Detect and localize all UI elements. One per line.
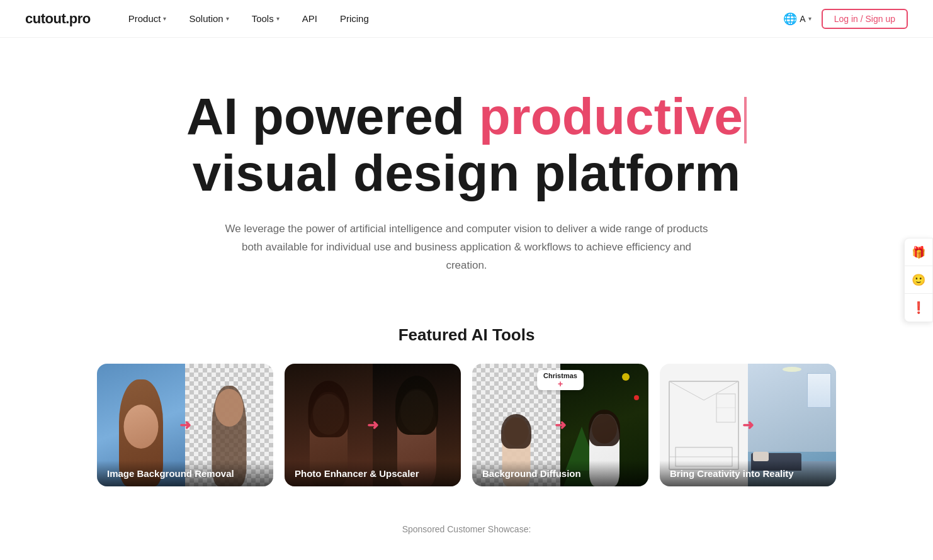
svg-line-5 (669, 381, 704, 400)
nav-pricing-label: Pricing (340, 13, 369, 24)
alert-icon: ❗ (912, 301, 925, 315)
chevron-down-icon: ▾ (276, 15, 280, 22)
login-signup-button[interactable]: Log in / Sign up (822, 9, 908, 29)
nav-item-tools[interactable]: Tools ▾ (252, 13, 280, 24)
card-photo-enhancer-label: Photo Enhancer & Upscaler (285, 461, 461, 486)
nav-right: 🌐 A ▾ Log in / Sign up (783, 9, 908, 29)
cards-row: ➜ Image Background Removal (25, 364, 908, 486)
hero-description: We leverage the power of artificial inte… (221, 220, 712, 275)
sidebar-icons: 🎁 🙂 ❗ (904, 238, 933, 322)
language-selector[interactable]: 🌐 A ▾ (783, 12, 811, 26)
nav-api-label: API (302, 13, 317, 24)
hero-heading: AI powered productive visual design plat… (25, 88, 908, 201)
navbar: cutout.pro Product ▾ Solution ▾ Tools ▾ … (0, 0, 933, 38)
lang-icon: 🌐 (783, 12, 797, 26)
hero-line1-prefix: AI powered (186, 87, 479, 145)
nav-item-api[interactable]: API (302, 13, 317, 24)
chevron-down-icon: ▾ (226, 15, 229, 22)
nav-product-label: Product (128, 13, 161, 24)
chevron-down-icon: ▾ (163, 15, 166, 22)
arrow-icon: ➜ (555, 417, 566, 433)
nav-solution-label: Solution (189, 13, 223, 24)
user-avatar-icon: 🙂 (912, 273, 925, 287)
christmas-badge-plus: + (558, 379, 563, 388)
avatar-icon-button[interactable]: 🙂 (905, 266, 932, 294)
card-christmas-label: Background Diffusion (472, 461, 648, 486)
arrow-icon: ➜ (367, 417, 378, 433)
hero-section: AI powered productive visual design plat… (0, 38, 933, 313)
alert-icon-button[interactable]: ❗ (905, 294, 932, 322)
nav-links: Product ▾ Solution ▾ Tools ▾ API Pricing (128, 13, 784, 24)
nav-item-product[interactable]: Product ▾ (128, 13, 167, 24)
featured-section: Featured AI Tools ➜ (0, 313, 933, 512)
nav-item-solution[interactable]: Solution ▾ (189, 13, 229, 24)
svg-rect-8 (716, 394, 735, 422)
featured-title: Featured AI Tools (25, 325, 908, 345)
card-bg-removal[interactable]: ➜ Image Background Removal (97, 364, 273, 486)
nav-item-pricing[interactable]: Pricing (340, 13, 369, 24)
svg-line-6 (704, 381, 738, 400)
sponsored-section: Sponsored Customer Showcase: (0, 512, 933, 547)
lang-label: A (800, 14, 805, 24)
logo[interactable]: cutout.pro (25, 11, 91, 27)
hero-highlight-word: productive (479, 87, 747, 145)
card-christmas-diffusion[interactable]: Christmas + ➜ (472, 364, 648, 486)
gift-icon-button[interactable]: 🎁 (905, 238, 932, 266)
chevron-down-icon: ▾ (808, 15, 811, 22)
card-creativity-label: Bring Creativity into Reality (660, 461, 836, 486)
sponsored-label: Sponsored Customer Showcase: (402, 524, 531, 534)
nav-tools-label: Tools (252, 13, 274, 24)
arrow-icon: ➜ (179, 417, 191, 433)
card-creativity[interactable]: ➜ (660, 364, 836, 486)
gift-icon: 🎁 (912, 245, 925, 259)
arrow-icon: ➜ (742, 417, 754, 433)
card-photo-enhancer[interactable]: ➜ Photo Enhancer & Upscaler (285, 364, 461, 486)
card-bg-removal-label: Image Background Removal (97, 461, 273, 486)
hero-line2: visual design platform (193, 144, 740, 201)
